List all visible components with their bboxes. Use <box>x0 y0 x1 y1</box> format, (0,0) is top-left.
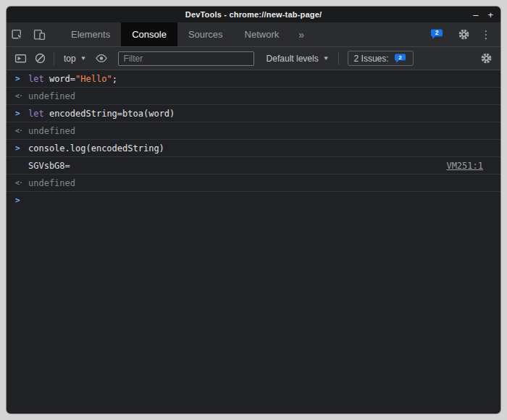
window-title: DevTools - chrome://new-tab-page/ <box>185 10 322 19</box>
console-input-row: > let encodedString=btoa(word) <box>7 105 500 122</box>
main-menu-button[interactable]: ⋮ <box>477 28 495 41</box>
code-token-keyword: let <box>28 109 44 119</box>
log-levels-label: Default levels <box>267 54 319 64</box>
issues-button-label: 2 Issues: <box>354 54 389 64</box>
console-command: console.log(encodedString) <box>28 143 164 154</box>
tab-label: Console <box>132 29 167 40</box>
code-token: console.log(encodedString) <box>28 143 164 154</box>
tab-label: Elements <box>71 29 110 40</box>
console-result-value: undefined <box>28 91 75 101</box>
console-log-area: > let word="Hello"; <· undefined > let e… <box>7 70 500 413</box>
chevron-double-right-icon: » <box>298 29 304 41</box>
device-toolbar-toggle-button[interactable] <box>28 22 50 46</box>
return-arrow-icon: <· <box>15 126 28 136</box>
issues-counter-badge[interactable]: 2 <box>424 29 450 40</box>
console-input-row: > console.log(encodedString) <box>7 140 500 157</box>
devtools-window: DevTools - chrome://new-tab-page/ – + <box>7 7 500 413</box>
javascript-context-selector[interactable]: top ▼ <box>58 54 92 64</box>
window-close-button[interactable]: + <box>487 10 493 20</box>
console-prompt-row[interactable]: > <box>7 192 500 209</box>
inspect-element-button[interactable] <box>7 22 28 46</box>
input-chevron-icon: > <box>15 143 28 154</box>
issues-bubble-icon: 2 <box>430 29 444 40</box>
console-settings-button[interactable] <box>477 49 496 68</box>
issues-button[interactable]: 2 Issues: 2 <box>348 51 414 66</box>
device-toolbar-icon <box>33 28 46 41</box>
inspect-cursor-icon <box>11 28 24 41</box>
context-selector-label: top <box>64 54 76 64</box>
source-location-link[interactable]: VM251:1 <box>446 161 483 171</box>
gear-icon <box>458 28 470 41</box>
code-token: encodedString=btoa(word) <box>44 109 175 119</box>
more-tabs-button[interactable]: » <box>290 22 313 46</box>
tab-console[interactable]: Console <box>121 22 177 46</box>
console-toolbar: top ▼ Default levels ▼ 2 Issues: 2 <box>7 47 500 70</box>
console-command: let encodedString=btoa(word) <box>28 109 175 119</box>
prompt-chevron-icon: > <box>15 196 28 206</box>
input-chevron-icon: > <box>15 74 28 84</box>
console-sidebar-toggle-button[interactable] <box>11 49 30 68</box>
kebab-menu-icon: ⋮ <box>481 28 492 41</box>
issues-bubble-icon: 2 <box>393 54 407 64</box>
create-live-expression-button[interactable] <box>92 49 112 68</box>
settings-button[interactable] <box>453 28 474 41</box>
toolbar-divider <box>54 52 54 65</box>
panel-tabs: Elements Console Sources Network <box>60 22 290 46</box>
console-result-value: undefined <box>28 178 75 188</box>
tab-network[interactable]: Network <box>234 22 290 46</box>
console-result-row: <· undefined <box>7 122 500 140</box>
svg-text:2: 2 <box>398 54 402 60</box>
toolbar-divider <box>338 52 339 65</box>
window-controls: – + <box>473 7 493 22</box>
log-levels-selector[interactable]: Default levels ▼ <box>261 54 335 64</box>
devtools-tabbar: Elements Console Sources Network » 2 <box>7 22 500 47</box>
gear-icon <box>480 52 493 64</box>
console-command: let word="Hello"; <box>28 74 117 84</box>
console-log-output-row: SGVsbG8= VM251:1 <box>7 157 500 175</box>
chevron-down-icon: ▼ <box>322 55 329 62</box>
input-chevron-icon: > <box>15 109 28 119</box>
code-token: ; <box>112 74 117 84</box>
console-sidebar-icon <box>14 52 27 64</box>
return-arrow-icon: <· <box>15 91 28 101</box>
return-arrow-icon: <· <box>15 178 28 188</box>
tab-label: Sources <box>188 29 223 40</box>
eye-icon <box>95 52 108 64</box>
code-token-string: "Hello" <box>75 74 112 84</box>
tab-sources[interactable]: Sources <box>177 22 234 46</box>
console-result-value: undefined <box>28 126 75 136</box>
console-input-row: > let word="Hello"; <box>7 70 500 88</box>
clear-console-icon <box>34 52 46 64</box>
svg-text:2: 2 <box>435 29 439 36</box>
console-result-row: <· undefined <box>7 88 500 105</box>
code-token-keyword: let <box>28 74 44 84</box>
clear-console-button[interactable] <box>30 49 50 68</box>
window-titlebar: DevTools - chrome://new-tab-page/ – + <box>7 7 500 22</box>
console-log-message: SGVsbG8= <box>28 161 70 171</box>
tabbar-right-controls: 2 ⋮ <box>424 22 500 46</box>
window-minimize-button[interactable]: – <box>473 10 478 20</box>
tab-elements[interactable]: Elements <box>60 22 121 46</box>
code-token: word= <box>44 74 75 84</box>
tab-label: Network <box>245 29 280 40</box>
console-result-row: <· undefined <box>7 175 500 192</box>
filter-input[interactable] <box>118 51 254 66</box>
chevron-down-icon: ▼ <box>80 55 86 62</box>
